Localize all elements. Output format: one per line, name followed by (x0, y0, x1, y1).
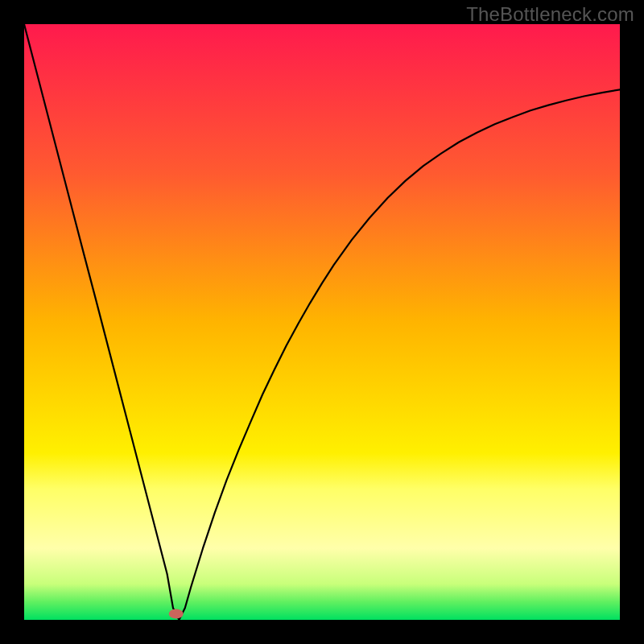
watermark-label: TheBottleneck.com (466, 3, 634, 26)
gradient-background (24, 24, 620, 620)
chart-svg (24, 24, 620, 620)
minimum-marker (169, 609, 184, 619)
plot-area (24, 24, 620, 620)
chart-frame: TheBottleneck.com (0, 0, 644, 644)
